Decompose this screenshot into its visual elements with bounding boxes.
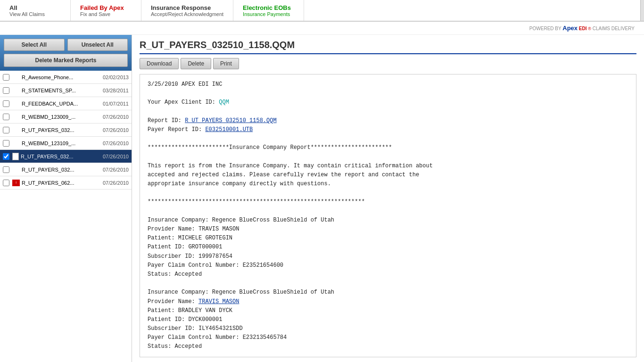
report-line: accepted and rejected claims. Please car… bbox=[148, 171, 628, 180]
report-line: Patient: BRADLEY VAN DYCK bbox=[148, 306, 628, 315]
normal-text: Payer Report ID: bbox=[148, 126, 205, 133]
main-layout: Select All Unselect All Delete Marked Re… bbox=[0, 35, 644, 362]
registered-mark: ® bbox=[588, 26, 591, 31]
file-list-item[interactable]: R_WEBMD_123109_...07/26/2010 bbox=[0, 137, 132, 150]
cyan-text: QQM bbox=[219, 99, 229, 106]
report-line bbox=[148, 134, 628, 143]
file-date: 07/26/2010 bbox=[103, 127, 129, 133]
file-name: R_WEBMD_123109_... bbox=[22, 140, 101, 146]
file-date: 02/02/2013 bbox=[103, 74, 129, 80]
file-name: R_Awesome_Phone... bbox=[22, 74, 101, 80]
report-line bbox=[148, 153, 628, 162]
file-date: 03/28/2011 bbox=[103, 88, 129, 93]
powered-by-text: POWERED BY bbox=[529, 26, 562, 31]
file-checkbox[interactable] bbox=[3, 114, 9, 120]
tab-eob-title: Electronic EOBs bbox=[243, 4, 294, 11]
file-checkbox[interactable] bbox=[3, 140, 9, 147]
file-date: 07/26/2010 bbox=[103, 114, 129, 120]
tab-eob-subtitle: Insurance Payments bbox=[243, 11, 294, 17]
file-list-item[interactable]: !R_UT_PAYERS_062...07/26/2010 bbox=[0, 176, 132, 189]
file-name: R_UT_PAYERS_032... bbox=[22, 167, 101, 173]
normal-text: Your Apex Client ID: bbox=[148, 99, 219, 106]
report-line: Status: Accepted bbox=[148, 342, 628, 351]
tab-eob[interactable]: Electronic EOBs Insurance Payments bbox=[233, 0, 304, 21]
file-checkbox[interactable] bbox=[3, 100, 9, 107]
report-line: appropriate insurance company directly w… bbox=[148, 180, 628, 189]
report-line bbox=[148, 107, 628, 116]
file-checkbox[interactable] bbox=[3, 166, 9, 173]
tab-all-title: All bbox=[9, 4, 61, 11]
file-date: 07/26/2010 bbox=[103, 167, 129, 173]
file-checkbox[interactable] bbox=[3, 127, 9, 133]
report-line: 3/25/2010 APEX EDI INC bbox=[148, 80, 628, 89]
tab-failed-title: Failed By Apex bbox=[80, 4, 132, 11]
report-line: Patient ID: DYCK000001 bbox=[148, 315, 628, 324]
file-date: 01/07/2011 bbox=[103, 101, 129, 107]
tab-insurance-title: Insurance Response bbox=[151, 4, 223, 11]
report-line bbox=[148, 207, 628, 216]
file-error-icon: ! bbox=[12, 180, 20, 186]
edi-logo: EDI bbox=[579, 26, 587, 31]
report-line: This report is from the Insurance Compan… bbox=[148, 162, 628, 171]
tab-failed-subtitle: Fix and Save bbox=[80, 11, 132, 17]
action-buttons: Download Delete Print bbox=[140, 58, 636, 69]
link-text[interactable]: E032510001.UTB bbox=[205, 126, 253, 133]
file-name: R_UT_PAYERS_032... bbox=[21, 154, 101, 159]
file-checkbox[interactable] bbox=[3, 87, 9, 94]
file-date: 07/26/2010 bbox=[103, 140, 129, 146]
report-line: ****************************************… bbox=[148, 197, 628, 206]
tab-insurance-subtitle: Accept/Reject Acknowledgment bbox=[151, 11, 223, 17]
powered-by-bar: POWERED BY Apex EDI ® CLAIMS DELIVERY bbox=[0, 22, 644, 35]
claims-delivery-text: CLAIMS DELIVERY bbox=[593, 26, 635, 31]
report-line: Insurance Company: Regence BlueCross Blu… bbox=[148, 216, 628, 225]
report-line: Payer Claim Control Number: E23521654600 bbox=[148, 261, 628, 270]
report-line: Subscriber ID: 1999787654 bbox=[148, 252, 628, 261]
file-list-item[interactable]: R_UT_PAYERS_032...07/26/2010 bbox=[0, 163, 132, 176]
file-checkbox[interactable] bbox=[3, 74, 9, 81]
file-list: R_Awesome_Phone...02/02/2013R_STATEMENTS… bbox=[0, 71, 132, 362]
file-date: 07/26/2010 bbox=[103, 154, 129, 159]
file-list-item[interactable]: R_UT_PAYERS_032...07/26/2010 bbox=[0, 150, 132, 163]
report-content: 3/25/2010 APEX EDI INC Your Apex Client … bbox=[140, 74, 636, 357]
delete-button[interactable]: Delete bbox=[181, 58, 211, 69]
link-text[interactable]: R_UT_PAYERS_032510_1158.QQM bbox=[185, 117, 276, 124]
report-line: ************************Insurance Compan… bbox=[148, 143, 628, 152]
select-button-row: Select All Unselect All bbox=[4, 39, 128, 51]
file-date: 07/26/2010 bbox=[103, 180, 129, 186]
report-line bbox=[148, 279, 628, 288]
tab-insurance[interactable]: Insurance Response Accept/Reject Acknowl… bbox=[141, 0, 233, 21]
select-all-button[interactable]: Select All bbox=[4, 39, 65, 51]
top-nav: All View All Claims Failed By Apex Fix a… bbox=[0, 0, 644, 22]
file-name: R_WEBMD_123009_... bbox=[22, 114, 101, 120]
delete-marked-button[interactable]: Delete Marked Reports bbox=[4, 54, 128, 67]
unselect-all-button[interactable]: Unselect All bbox=[67, 39, 128, 51]
report-line: Patient: MICHELE GROTEGIN bbox=[148, 234, 628, 243]
file-list-item[interactable]: R_FEEDBACK_UPDA...01/07/2011 bbox=[0, 97, 132, 110]
tab-failed[interactable]: Failed By Apex Fix and Save bbox=[71, 0, 141, 21]
file-name: R_STATEMENTS_SP... bbox=[22, 88, 101, 93]
file-checkbox[interactable] bbox=[3, 180, 9, 186]
report-line: Patient ID: GROT000001 bbox=[148, 243, 628, 252]
tab-all[interactable]: All View All Claims bbox=[0, 0, 71, 21]
file-name: R_UT_PAYERS_032... bbox=[22, 127, 101, 133]
report-line: Your Apex Client ID: QQM bbox=[148, 98, 628, 107]
download-button[interactable]: Download bbox=[140, 58, 179, 69]
sidebar: Select All Unselect All Delete Marked Re… bbox=[0, 35, 132, 362]
report-line bbox=[148, 189, 628, 197]
report-line: Payer Report ID: E032510001.UTB bbox=[148, 125, 628, 134]
tab-all-subtitle: View All Claims bbox=[9, 11, 61, 17]
link-text[interactable]: TRAVIS MASON bbox=[198, 298, 239, 305]
file-list-item[interactable]: R_Awesome_Phone...02/02/2013 bbox=[0, 71, 132, 84]
file-list-item[interactable]: R_UT_PAYERS_032...07/26/2010 bbox=[0, 123, 132, 137]
file-list-item[interactable]: R_STATEMENTS_SP...03/28/2011 bbox=[0, 84, 132, 97]
file-name: R_UT_PAYERS_062... bbox=[22, 180, 101, 186]
report-line: Status: Accepted bbox=[148, 270, 628, 279]
file-checkbox[interactable] bbox=[3, 153, 9, 160]
print-button[interactable]: Print bbox=[213, 58, 239, 69]
report-line: Subscriber ID: ILY4654321SDD bbox=[148, 324, 628, 333]
nav-scrollbar bbox=[640, 0, 644, 21]
apex-logo: Apex bbox=[562, 25, 578, 32]
report-line: Insurance Company: Regence BlueCross Blu… bbox=[148, 288, 628, 297]
file-list-item[interactable]: R_WEBMD_123009_...07/26/2010 bbox=[0, 110, 132, 123]
file-name: R_FEEDBACK_UPDA... bbox=[22, 101, 101, 107]
